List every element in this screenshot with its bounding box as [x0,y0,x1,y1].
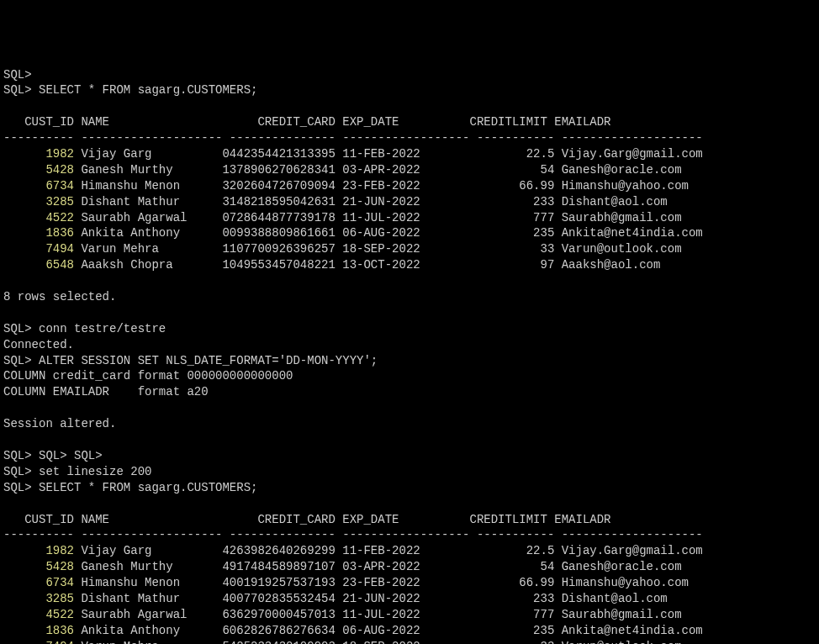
table-row: 1836 Ankita Anthony 0099388809861661 06-… [3,225,816,241]
blank [3,305,816,321]
column-email-format: COLUMN EMAILADR format a20 [3,384,816,400]
table-row: 3285 Dishant Mathur 3148218595042631 21-… [3,194,816,210]
table-row: 5428 Ganesh Murthy 4917484589897107 03-A… [3,559,816,575]
rows-selected: 8 rows selected. [3,289,816,305]
table-row: 7494 Varun Mehra 5425233430109903 18-SEP… [3,639,816,644]
table-row: 4522 Saurabh Agarwal 0728644877739178 11… [3,210,816,226]
table-row: 5428 Ganesh Murthy 1378906270628341 03-A… [3,162,816,178]
sql-triple: SQL> SQL> SQL> [3,448,816,464]
table-header: CUST_ID NAME CREDIT_CARD EXP_DATE CREDIT… [3,114,816,130]
sql-conn: SQL> conn testre/testre [3,321,816,337]
sql-linesize: SQL> set linesize 200 [3,464,816,480]
table-header: CUST_ID NAME CREDIT_CARD EXP_DATE CREDIT… [3,512,816,528]
blank [3,98,816,114]
table-row: 6548 Aaaksh Chopra 1049553457048221 13-O… [3,257,816,273]
table-row: 1982 Vijay Garg 0442354421313395 11-FEB-… [3,146,816,162]
table-separator: ---------- -------------------- --------… [3,130,816,146]
column-credit-format: COLUMN credit_card format 00000000000000… [3,368,816,384]
connected: Connected. [3,337,816,353]
blank [3,432,816,448]
session-altered: Session altered. [3,416,816,432]
sql-select-2: SQL> SELECT * FROM sagarg.CUSTOMERS; [3,480,816,496]
prompt-partial: SQL> [3,67,816,83]
table-row: 6734 Himanshu Menon 4001919257537193 23-… [3,575,816,591]
table-row: 1982 Vijay Garg 4263982640269299 11-FEB-… [3,543,816,559]
terminal-output[interactable]: SQL>SQL> SELECT * FROM sagarg.CUSTOMERS;… [3,67,816,644]
sql-alter-session: SQL> ALTER SESSION SET NLS_DATE_FORMAT='… [3,353,816,369]
table-row: 6734 Himanshu Menon 3202604726709094 23-… [3,178,816,194]
table-row: 1836 Ankita Anthony 6062826786276634 06-… [3,623,816,639]
table-row: 4522 Saurabh Agarwal 6362970000457013 11… [3,607,816,623]
table-row: 3285 Dishant Mathur 4007702835532454 21-… [3,591,816,607]
sql-select-1: SQL> SELECT * FROM sagarg.CUSTOMERS; [3,82,816,98]
table-separator: ---------- -------------------- --------… [3,527,816,543]
blank [3,400,816,416]
table-row: 7494 Varun Mehra 1107700926396257 18-SEP… [3,241,816,257]
blank [3,496,816,512]
blank [3,273,816,289]
